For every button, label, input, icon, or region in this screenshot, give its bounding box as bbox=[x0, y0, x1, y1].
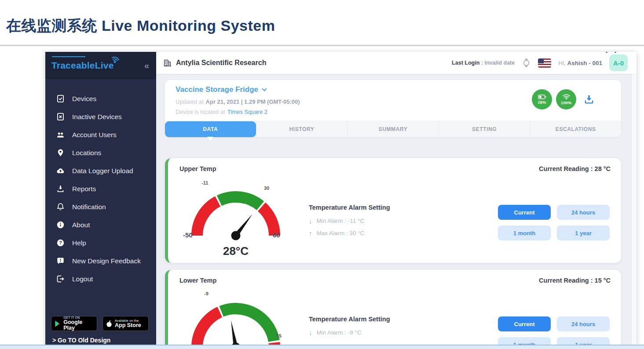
sidebar-item-notification[interactable]: Notification bbox=[45, 198, 156, 216]
user-name: Ashish - 001 bbox=[567, 60, 602, 66]
arrow-up-icon: ↑ bbox=[309, 229, 312, 237]
badge-store-name: Google Play bbox=[63, 320, 94, 331]
range-button-current[interactable]: Current bbox=[498, 205, 551, 220]
min-alarm-value: Min Alarm : -11 °C bbox=[317, 218, 365, 224]
sidebar-menu: Devices Inactive Devices Account Users L… bbox=[45, 90, 156, 288]
sidebar-collapse-icon[interactable]: « bbox=[144, 61, 149, 71]
range-button-24-hours[interactable]: 24 hours bbox=[557, 205, 610, 220]
lower-temp-card: Lower Temp Current Reading : 15 °C -9 bbox=[165, 270, 621, 349]
tab-data[interactable]: DATA bbox=[165, 121, 256, 137]
wifi-percent: 100% bbox=[561, 100, 571, 105]
device-x-icon bbox=[56, 113, 65, 121]
sidebar-item-inactive-devices[interactable]: Inactive Devices bbox=[45, 108, 156, 126]
gauge-high-threshold: 55 bbox=[276, 333, 282, 338]
sidebar-item-logout[interactable]: Logout bbox=[45, 270, 156, 288]
tab-history[interactable]: HISTORY bbox=[256, 121, 348, 137]
last-login-status: Last Login : Invalid date bbox=[452, 60, 515, 66]
app-screenshot: TraceableLive® « Devices Inactive Device… bbox=[45, 52, 637, 349]
sidebar-item-new-design-feedback[interactable]: New Design Feedback bbox=[45, 252, 156, 270]
sidebar: TraceableLive® « Devices Inactive Device… bbox=[45, 52, 156, 349]
sidebar-item-account-users[interactable]: Account Users bbox=[45, 126, 156, 144]
upper-range-buttons: Current 24 hours 1 month 1 year bbox=[498, 179, 610, 258]
go-to-old-design-link[interactable]: > Go TO Old Design bbox=[52, 337, 110, 344]
wifi-signal-icon bbox=[110, 55, 120, 63]
user-greeting: Hi, Ashish - 001 bbox=[558, 60, 602, 66]
min-alarm-row: ↓Min Alarm : -9 °C bbox=[309, 329, 390, 336]
tab-escalations[interactable]: ESCALATIONS bbox=[530, 121, 621, 137]
card-title: Upper Temp bbox=[179, 165, 216, 172]
sidebar-item-reports[interactable]: Reports bbox=[45, 180, 156, 198]
topbar-right-group: Last Login : Invalid date Hi, Ashish - 0… bbox=[452, 55, 628, 71]
min-alarm-row: ↓Min Alarm : -11 °C bbox=[309, 217, 390, 225]
page-bottom-border bbox=[0, 345, 644, 349]
sidebar-item-label: Inactive Devices bbox=[72, 113, 122, 121]
current-reading: Current Reading : 28 °C bbox=[539, 165, 611, 172]
device-panel: Vaccine Storage Fridge Updated atApr 21,… bbox=[165, 80, 621, 137]
language-flag-us[interactable] bbox=[538, 58, 551, 68]
lower-temp-gauge: -9 55 bbox=[183, 291, 289, 349]
device-header-card: Vaccine Storage Fridge Updated atApr 21,… bbox=[165, 80, 621, 121]
sidebar-item-label: New Design Feedback bbox=[72, 257, 141, 265]
info-icon bbox=[56, 221, 65, 229]
google-play-badge[interactable]: GET IT ON Google Play bbox=[51, 316, 97, 331]
sidebar-item-label: Data Logger Upload bbox=[72, 167, 133, 175]
window-chevrons-icon bbox=[604, 52, 618, 56]
app-logo[interactable]: TraceableLive® bbox=[51, 60, 117, 71]
gauge-low-threshold: -11 bbox=[201, 180, 208, 185]
content-area: Vaccine Storage Fridge Updated atApr 21,… bbox=[156, 74, 637, 349]
scrollbar-gutter[interactable] bbox=[632, 74, 637, 349]
chevron-down-icon bbox=[262, 86, 267, 91]
company-name-label: Antylia Scientific Research bbox=[176, 59, 266, 67]
app-store-badge[interactable]: Available on the App Store bbox=[102, 316, 149, 331]
battery-percent: 28% bbox=[538, 100, 546, 105]
gauge-min: -50 bbox=[183, 231, 193, 239]
location-link[interactable]: Times Square 2 bbox=[227, 109, 267, 115]
download-tray-icon bbox=[56, 185, 65, 193]
battery-icon bbox=[538, 95, 546, 99]
upper-alarm-settings: Temperature Alarm Setting ↓Min Alarm : -… bbox=[309, 179, 390, 258]
user-avatar[interactable]: A-0 bbox=[609, 55, 628, 71]
range-button-24-hours[interactable]: 24 hours bbox=[557, 316, 610, 331]
max-alarm-value: Max Alarm : 30 °C bbox=[317, 230, 365, 236]
location-pin-icon bbox=[56, 149, 65, 157]
device-name-label: Vaccine Storage Fridge bbox=[176, 85, 258, 94]
max-alarm-row: ↑Max Alarm : 30 °C bbox=[309, 229, 390, 237]
range-button-1-year[interactable]: 1 year bbox=[557, 225, 610, 240]
help-icon: ? bbox=[56, 239, 65, 247]
sidebar-item-about[interactable]: About bbox=[45, 216, 156, 234]
download-report-icon[interactable] bbox=[583, 94, 595, 105]
page-title: 在线监测系统 Live Monitoring System bbox=[6, 16, 275, 36]
last-login-label: Last Login bbox=[452, 60, 479, 66]
watch-icon bbox=[522, 58, 531, 68]
sidebar-item-data-logger-upload[interactable]: Data Logger Upload bbox=[45, 162, 156, 180]
google-play-icon bbox=[55, 320, 61, 327]
badge-store-name: App Store bbox=[115, 323, 141, 328]
upper-temp-gauge: -11 30 -50 60 28°C bbox=[183, 179, 289, 258]
upper-temp-card-header: Upper Temp Current Reading : 28 °C bbox=[168, 158, 621, 179]
battery-status-badge: 28% bbox=[532, 89, 552, 109]
sidebar-item-locations[interactable]: Locations bbox=[45, 144, 156, 162]
sidebar-item-label: Reports bbox=[72, 185, 96, 193]
feedback-icon bbox=[56, 257, 65, 265]
range-button-current[interactable]: Current bbox=[498, 316, 551, 331]
sidebar-item-label: About bbox=[72, 221, 90, 229]
tab-setting[interactable]: SETTING bbox=[439, 121, 530, 137]
sidebar-item-help[interactable]: ? Help bbox=[45, 234, 156, 252]
tab-summary[interactable]: SUMMARY bbox=[347, 121, 439, 137]
sidebar-item-label: Devices bbox=[72, 95, 96, 103]
gauge-current-value: 28°C bbox=[183, 244, 289, 258]
arrow-down-icon: ↓ bbox=[309, 329, 312, 336]
gauge-high-threshold: 30 bbox=[264, 185, 269, 191]
svg-text:?: ? bbox=[59, 240, 62, 245]
sidebar-item-devices[interactable]: Devices bbox=[45, 90, 156, 108]
gauge-dial bbox=[183, 295, 289, 349]
device-name-dropdown[interactable]: Vaccine Storage Fridge bbox=[176, 85, 266, 94]
updated-at-row: Updated atApr 21, 2021 | 1.29 PM (GMT-05… bbox=[176, 98, 300, 105]
range-button-1-month[interactable]: 1 month bbox=[498, 225, 551, 240]
sidebar-item-label: Logout bbox=[72, 275, 93, 283]
sidebar-item-label: Help bbox=[72, 239, 86, 247]
sidebar-item-label: Notification bbox=[72, 203, 106, 211]
lower-alarm-settings: Temperature Alarm Setting ↓Min Alarm : -… bbox=[309, 291, 390, 349]
main-area: Antylia Scientific Research Last Login :… bbox=[156, 52, 637, 349]
building-icon bbox=[163, 59, 172, 67]
